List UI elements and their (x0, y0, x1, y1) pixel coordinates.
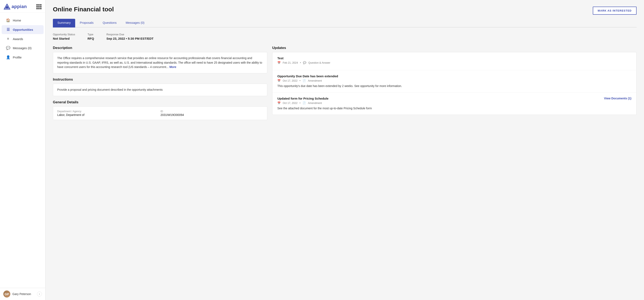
appian-logo: appian (4, 4, 27, 10)
update-test-meta: 📅 Feb 21, 2024 • 💬 Question & Answer (278, 61, 632, 64)
description-text: The Office requires a comprehensive rese… (57, 56, 262, 68)
update-pricing-title: Updated form for Pricing Schedule (278, 97, 328, 100)
sidebar-collapse-button[interactable]: ‹ (37, 292, 42, 296)
calendar-icon-2: 📅 (278, 79, 281, 82)
main-header: Online Financial tool MARK AS INTERESTED (53, 6, 636, 15)
dot-separator-2: • (300, 79, 300, 82)
response-due-label: Response Due (106, 33, 154, 36)
dot-separator-3: • (300, 102, 300, 104)
tab-summary[interactable]: Summary (53, 19, 75, 28)
update-pricing-category-icon: 📄 (302, 102, 306, 104)
home-icon: 🏠 (6, 18, 10, 22)
update-test-category-icon: 💬 (303, 61, 306, 64)
opportunity-status-value: Not Started (53, 37, 70, 40)
grid-menu-icon[interactable] (36, 4, 42, 9)
opportunity-status-label: Opportunity Status (53, 33, 75, 36)
sidebar-item-awards-label: Awards (13, 37, 23, 41)
mark-as-interested-button[interactable]: MARK AS INTERESTED (593, 6, 636, 15)
calendar-icon-3: 📅 (278, 102, 281, 104)
update-pricing-header: Updated form for Pricing Schedule View D… (278, 97, 632, 102)
response-due-item: Response Due Sep 23, 2022 • 5:30 PM EST/… (106, 33, 154, 40)
view-documents-link[interactable]: View Documents (1) (604, 97, 632, 100)
general-details-card: Department / Agency Labor, Department of… (53, 106, 267, 120)
appian-logo-icon (4, 4, 10, 10)
type-label: Type (88, 33, 94, 36)
instructions-text: Provide a proposal and pricing document … (57, 88, 163, 91)
user-name: Gary Peterson (12, 292, 35, 296)
page-title: Online Financial tool (53, 6, 114, 13)
update-due-date-category-icon: 📄 (302, 79, 306, 82)
update-test-title: Test (278, 56, 632, 60)
sidebar-header: appian (0, 0, 45, 12)
dot-separator: • (300, 61, 301, 64)
updates-container: Test 📅 Feb 21, 2024 • 💬 Question & Answe… (272, 52, 636, 115)
update-item-pricing: Updated form for Pricing Schedule View D… (272, 92, 636, 115)
sidebar-nav: 🏠 Home ☰ Opportunities ≡ Awards 💬 Messag… (0, 12, 45, 288)
update-due-date-meta: 📅 Oct 17, 2022 • 📄 Amendment (278, 79, 632, 82)
opportunities-icon: ☰ (6, 28, 10, 32)
instructions-section: Instructions Provide a proposal and pric… (53, 78, 267, 96)
left-column: Description The Office requires a compre… (53, 46, 267, 120)
tab-questions[interactable]: Questions (98, 19, 121, 28)
update-test-date: Feb 21, 2024 (283, 61, 298, 64)
department-field: Department / Agency Labor, Department of (57, 110, 160, 116)
sidebar: appian 🏠 Home ☰ Opportunities ≡ Awards 💬… (0, 0, 46, 300)
sidebar-item-profile[interactable]: 👤 Profile (2, 53, 44, 62)
sidebar-item-awards[interactable]: ≡ Awards (2, 34, 44, 43)
tab-bar: Summary Proposals Questions Messages (0) (53, 19, 636, 28)
update-pricing-description: See the attached document for the most u… (278, 106, 632, 110)
department-value: Labor, Department of (57, 113, 160, 116)
awards-icon: ≡ (6, 37, 10, 41)
main-content: Online Financial tool MARK AS INTERESTED… (46, 0, 644, 300)
department-label: Department / Agency (57, 110, 160, 113)
update-due-date-category: Amendment (308, 79, 322, 82)
profile-icon: 👤 (6, 55, 10, 60)
update-due-date-title: Opportunity Due Date has been extended (278, 74, 632, 78)
update-test-category: Question & Answer (308, 61, 330, 64)
description-card: The Office requires a comprehensive rese… (53, 52, 267, 73)
general-details-section: General Details Department / Agency Labo… (53, 100, 267, 120)
update-item-due-date: Opportunity Due Date has been extended 📅… (272, 70, 636, 92)
sidebar-item-home-label: Home (13, 18, 21, 22)
messages-icon: 💬 (6, 46, 10, 50)
instructions-card: Provide a proposal and pricing document … (53, 84, 267, 96)
updates-title: Updates (272, 46, 636, 50)
update-pricing-meta: 📅 Oct 17, 2022 • 📄 Amendment (278, 102, 632, 104)
logo-text: appian (12, 4, 27, 9)
right-column: Updates Test 📅 Feb 21, 2024 • 💬 Question… (272, 46, 636, 120)
opportunity-status-item: Opportunity Status Not Started (53, 33, 75, 40)
tab-proposals[interactable]: Proposals (75, 19, 98, 28)
calendar-icon: 📅 (278, 61, 281, 64)
tab-messages[interactable]: Messages (0) (121, 19, 149, 28)
sidebar-item-opportunities[interactable]: ☰ Opportunities (2, 25, 44, 34)
id-field: ID 2031IW19O00094 (160, 110, 263, 116)
description-more-link[interactable]: More (169, 65, 176, 68)
id-label: ID (160, 110, 263, 113)
instructions-title: Instructions (53, 78, 267, 82)
sidebar-item-home[interactable]: 🏠 Home (2, 16, 44, 25)
sidebar-footer: GP Gary Peterson ‹ (0, 288, 45, 300)
update-due-date-date: Oct 17, 2022 (283, 79, 298, 82)
sidebar-item-messages-label: Messages (0) (13, 46, 32, 50)
update-due-date-description: This opportunity's due date has been ext… (278, 84, 632, 88)
sidebar-item-opportunities-label: Opportunities (13, 28, 33, 32)
two-column-layout: Description The Office requires a compre… (53, 46, 636, 120)
general-details-grid: Department / Agency Labor, Department of… (57, 110, 263, 116)
status-row: Opportunity Status Not Started Type RFQ … (53, 33, 636, 40)
update-item-test: Test 📅 Feb 21, 2024 • 💬 Question & Answe… (272, 52, 636, 70)
update-pricing-date: Oct 17, 2022 (283, 102, 298, 104)
type-item: Type RFQ (88, 33, 94, 40)
avatar: GP (3, 290, 10, 298)
type-value: RFQ (88, 37, 94, 40)
description-section: Description The Office requires a compre… (53, 46, 267, 73)
sidebar-item-profile-label: Profile (13, 56, 22, 59)
response-due-value: Sep 23, 2022 • 5:30 PM EST/EDT (106, 37, 154, 40)
sidebar-item-messages[interactable]: 💬 Messages (0) (2, 44, 44, 52)
update-pricing-category: Amendment (308, 102, 322, 104)
general-details-title: General Details (53, 100, 267, 104)
id-value: 2031IW19O00094 (160, 113, 263, 116)
description-title: Description (53, 46, 267, 50)
